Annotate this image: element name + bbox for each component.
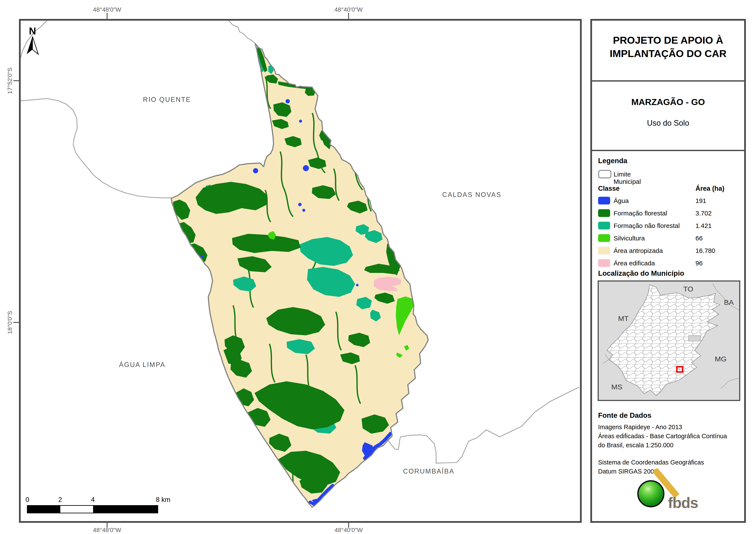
coord-top-2: 48°40'0"W	[335, 6, 363, 13]
agua-swatch	[598, 197, 610, 204]
fonte-heading: Fonte de Dados	[598, 411, 740, 420]
municipality-marker-dot	[679, 369, 681, 370]
formacao-nao-florestal-area: 1.421	[695, 222, 712, 229]
scale-label-2: 2	[58, 496, 62, 504]
municipalities-mesh	[599, 282, 739, 400]
project-title: PROJETO DE APOIO À IMPLANTAÇÃO DO CAR	[592, 34, 744, 60]
panel-divider-2	[592, 150, 744, 151]
label-corumbaiba: CORUMBAÍBA	[403, 468, 454, 475]
fonte-line-4: Sistema de Coordenadas Geográficas	[598, 458, 740, 467]
legend-col-class: Classe	[598, 185, 620, 192]
label-caldas-novas: CALDAS NOVAS	[442, 191, 501, 199]
label-agua-limpa: ÁGUA LIMPA	[119, 361, 166, 369]
legend-col-area: Área (ha)	[695, 185, 724, 192]
tick-left-1	[14, 80, 19, 81]
label-ms: MS	[611, 383, 622, 391]
label-to: TO	[683, 285, 693, 293]
label-rio-quente: RIO QUENTE	[143, 96, 191, 104]
formacao-florestal-swatch	[598, 209, 610, 217]
limite-municipal-swatch	[598, 170, 611, 178]
scale-label-8km: 8 km	[156, 496, 170, 504]
project-title-line2: IMPLANTAÇÃO DO CAR	[592, 47, 744, 60]
municipality-name: MARZAGÃO - GO	[592, 97, 744, 107]
silvicultura-area: 66	[695, 235, 703, 242]
panel-divider-1	[592, 80, 744, 82]
scale-bar	[27, 505, 158, 513]
map-theme: Uso do Solo	[592, 118, 744, 128]
coord-left-1: 17°52'0"S	[7, 67, 14, 94]
data-source-section: Fonte de Dados Imagens Rapideye - Ano 20…	[598, 411, 740, 476]
area-antropizada-swatch	[598, 247, 610, 254]
fbds-logo-sphere-icon	[637, 480, 664, 507]
area-antropizada-area: 16.780	[695, 247, 715, 254]
municipality-area	[171, 43, 428, 507]
label-mt: MT	[618, 315, 629, 322]
fonte-line-3: do Brasil, escala 1:250.000	[598, 441, 740, 450]
coord-top-1: 48°48'0"W	[93, 6, 121, 13]
formacao-nao-florestal-label: Formação não florestal	[613, 222, 680, 229]
coord-left-2: 18°0'0"S	[7, 311, 14, 334]
tick-top-1	[107, 13, 108, 19]
formacao-florestal-area: 3.702	[695, 210, 712, 217]
formacao-nao-florestal-swatch	[598, 222, 610, 229]
location-inset-map: TO BA MT MG MS	[598, 280, 740, 401]
label-ba: BA	[724, 298, 734, 306]
fbds-logo: fbds	[637, 468, 723, 520]
coord-bottom-1: 48°48'0"W	[93, 527, 121, 534]
agua-area: 191	[695, 197, 706, 204]
land-use-map: N	[21, 21, 580, 521]
limite-municipal-label: Limite Municipal	[613, 171, 641, 185]
scale-bar-white-segment	[60, 506, 93, 513]
location-heading: Localização do Município	[598, 269, 684, 277]
fbds-logo-text: fbds	[668, 494, 698, 511]
coord-bottom-2: 48°40'0"W	[335, 527, 363, 534]
silvicultura-label: Silvicultura	[613, 235, 645, 242]
area-edificada-area: 96	[695, 260, 703, 267]
legend-heading: Legenda	[598, 157, 627, 165]
info-panel: PROJETO DE APOIO À IMPLANTAÇÃO DO CAR MA…	[590, 19, 746, 523]
map-document: { "title": {"line1": "PROJETO DE APOIO À…	[0, 0, 756, 534]
north-label: N	[29, 26, 36, 37]
agua-label: Água	[613, 197, 629, 204]
map-canvas: N	[19, 19, 582, 523]
tick-left-2	[14, 322, 19, 323]
scale-label-4: 4	[91, 496, 94, 504]
area-edificada-label: Área edificada	[613, 260, 655, 267]
df-area	[688, 336, 700, 341]
fonte-line-2: Áreas edificadas - Base Cartográfica Con…	[598, 432, 740, 441]
goias-state-map: TO BA MT MG MS	[599, 282, 739, 400]
label-mg: MG	[715, 355, 727, 363]
fonte-line-1: Imagens Rapideye - Ano 2013	[598, 422, 740, 432]
project-title-line1: PROJETO DE APOIO À	[592, 34, 744, 47]
area-antropizada-label: Área antropizada	[613, 247, 663, 254]
tick-top-2	[348, 13, 349, 19]
area-edificada-swatch	[598, 259, 610, 267]
scale-label-0: 0	[25, 496, 29, 504]
silvicultura-swatch	[598, 234, 610, 242]
formacao-florestal-label: Formação florestal	[613, 210, 667, 217]
